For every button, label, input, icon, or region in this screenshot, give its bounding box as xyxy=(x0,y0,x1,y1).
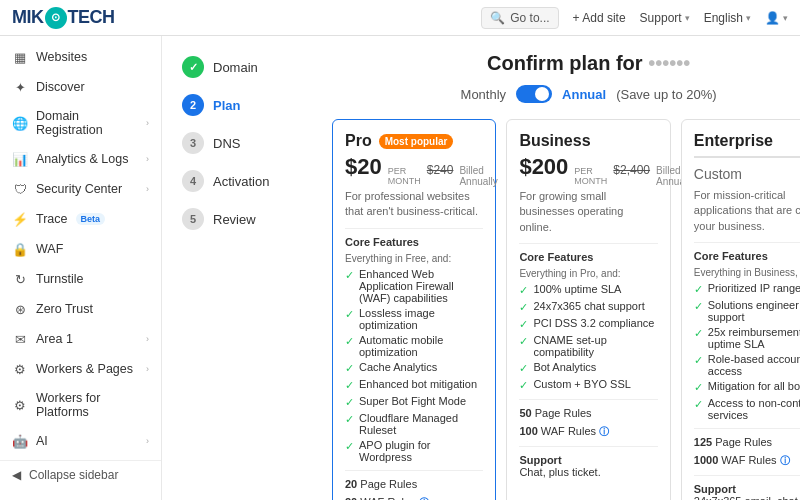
sidebar-item-discover[interactable]: ✦ Discover xyxy=(0,72,161,102)
annual-label: Annual xyxy=(562,87,606,102)
enterprise-section-title: Core Features xyxy=(694,250,800,262)
business-header: Business xyxy=(519,132,657,150)
check-icon: ✓ xyxy=(345,396,354,409)
biz-rules-waf: 100 WAF Rules ⓘ xyxy=(519,425,657,439)
domain-icon: 🌐 xyxy=(12,115,28,131)
ent-feature-3: ✓25x reimbursement uptime SLA xyxy=(694,326,800,350)
plan-card-business[interactable]: Business $200 PERMONTH $2,400 Billed Ann… xyxy=(506,119,670,500)
biz-feature-4: ✓CNAME set-up compatibility xyxy=(519,334,657,358)
ent-rules-waf: 1000 WAF Rules ⓘ xyxy=(694,454,800,468)
toggle-knob xyxy=(535,87,549,101)
sidebar-label: Websites xyxy=(36,50,87,64)
sidebar-item-security[interactable]: 🛡 Security Center › xyxy=(0,174,161,204)
biz-support-val: Chat, plus ticket. xyxy=(519,466,657,478)
user-menu[interactable]: 👤 ▾ xyxy=(765,11,788,25)
pro-feature-2: ✓Lossless image optimization xyxy=(345,307,483,331)
check-icon: ✓ xyxy=(345,308,354,321)
language-menu[interactable]: English ▾ xyxy=(704,11,751,25)
check-icon: ✓ xyxy=(694,398,703,411)
sidebar-item-zerotrust[interactable]: ⊛ Zero Trust xyxy=(0,294,161,324)
check-icon: ✓ xyxy=(694,283,703,296)
biz-feature-3: ✓PCI DSS 3.2 compliance xyxy=(519,317,657,331)
sidebar-label: Domain Registration xyxy=(36,109,138,137)
plans-row: Pro Most popular $20 PERMONTH $240 Bille… xyxy=(332,119,800,500)
pro-popular-badge: Most popular xyxy=(379,134,454,149)
check-icon: ✓ xyxy=(345,379,354,392)
ent-feature-5: ✓Mitigation for all bots xyxy=(694,380,800,394)
check-icon: ✓ xyxy=(519,379,528,392)
sidebar-item-area1[interactable]: ✉ Area 1 › xyxy=(0,324,161,354)
analytics-icon: 📊 xyxy=(12,151,28,167)
ent-feature-4: ✓Role-based account access xyxy=(694,353,800,377)
trace-icon: ⚡ xyxy=(12,211,28,227)
chevron-right-icon: › xyxy=(146,184,149,194)
info-icon: ⓘ xyxy=(599,426,609,437)
pro-price-per: PERMONTH xyxy=(388,167,421,187)
sidebar-label: Workers for Platforms xyxy=(36,391,149,419)
collapse-sidebar-button[interactable]: ◀ Collapse sidebar xyxy=(0,460,161,489)
chevron-down-icon: ▾ xyxy=(783,13,788,23)
goto-button[interactable]: 🔍 Go to... xyxy=(481,7,558,29)
sidebar-item-ai[interactable]: 🤖 AI › xyxy=(0,426,161,456)
pro-price-row: $20 PERMONTH $240 Billed Annually xyxy=(345,154,483,187)
language-label: English xyxy=(704,11,743,25)
step-label-activation: Activation xyxy=(213,174,269,189)
chevron-right-icon: › xyxy=(146,364,149,374)
pro-feature-4: ✓Cache Analytics xyxy=(345,361,483,375)
step-domain: ✓ Domain xyxy=(182,56,312,78)
search-icon: 🔍 xyxy=(490,11,505,25)
plan-content: Confirm plan for •••••• Monthly Annual (… xyxy=(332,52,800,500)
ent-support-val: 24x7x365 email, chat, and phone. xyxy=(694,495,800,500)
logo: MIK⊙TECH xyxy=(12,7,115,29)
step-label-domain: Domain xyxy=(213,60,258,75)
sidebar-item-workers-platform[interactable]: ⚙ Workers for Platforms xyxy=(0,384,161,426)
pro-rules-page: 20 Page Rules xyxy=(345,478,483,490)
step-circle-plan: 2 xyxy=(182,94,204,116)
biz-feature-5: ✓Bot Analytics xyxy=(519,361,657,375)
business-price: $200 xyxy=(519,154,568,180)
pro-name: Pro xyxy=(345,132,372,150)
step-label-dns: DNS xyxy=(213,136,240,151)
chevron-down-icon: ▾ xyxy=(685,13,690,23)
add-site-button[interactable]: + Add site xyxy=(573,11,626,25)
turnstile-icon: ↻ xyxy=(12,271,28,287)
sidebar-item-websites[interactable]: ▦ Websites xyxy=(0,42,161,72)
ent-support-title: Support xyxy=(694,483,800,495)
pro-price-annual: $240 xyxy=(427,163,454,177)
check-icon: ✓ xyxy=(519,301,528,314)
pro-section-title: Core Features xyxy=(345,236,483,248)
sidebar-item-domain-reg[interactable]: 🌐 Domain Registration › xyxy=(0,102,161,144)
user-icon: 👤 xyxy=(765,11,780,25)
workers-platform-icon: ⚙ xyxy=(12,397,28,413)
pro-billed-label: Billed Annually xyxy=(459,165,497,187)
main-content: ✓ Domain 2 Plan 3 DNS 4 Activation 5 R xyxy=(162,36,800,500)
sidebar-item-waf[interactable]: 🔒 WAF xyxy=(0,234,161,264)
chevron-right-icon: › xyxy=(146,118,149,128)
add-site-label: + Add site xyxy=(573,11,626,25)
step-label-review: Review xyxy=(213,212,256,227)
sidebar-item-analytics[interactable]: 📊 Analytics & Logs › xyxy=(0,144,161,174)
chevron-right-icon: › xyxy=(146,154,149,164)
pro-rules-waf: 20 WAF Rules ⓘ xyxy=(345,496,483,500)
biz-rules-page: 50 Page Rules xyxy=(519,407,657,419)
sidebar-item-turnstile[interactable]: ↻ Turnstile xyxy=(0,264,161,294)
plan-card-enterprise[interactable]: Enterprise Custom For mission-critical a… xyxy=(681,119,800,500)
sidebar-item-workers[interactable]: ⚙ Workers & Pages › xyxy=(0,354,161,384)
discover-icon: ✦ xyxy=(12,79,28,95)
sidebar-item-trace[interactable]: ⚡ Trace Beta xyxy=(0,204,161,234)
main-layout: ▦ Websites ✦ Discover 🌐 Domain Registrat… xyxy=(0,36,800,500)
business-section-title: Core Features xyxy=(519,251,657,263)
support-menu[interactable]: Support ▾ xyxy=(640,11,690,25)
check-icon: ✓ xyxy=(345,335,354,348)
collapse-label: Collapse sidebar xyxy=(29,468,118,482)
sidebar-label: AI xyxy=(36,434,48,448)
waf-icon: 🔒 xyxy=(12,241,28,257)
biz-support-title: Support xyxy=(519,454,657,466)
pro-desc: For professional websites that aren't bu… xyxy=(345,189,483,220)
step-circle-activation: 4 xyxy=(182,170,204,192)
ent-feature-6: ✓Access to non-contract services xyxy=(694,397,800,421)
business-price-per: PERMONTH xyxy=(574,167,607,187)
billing-toggle-switch[interactable] xyxy=(516,85,552,103)
chevron-down-icon: ▾ xyxy=(746,13,751,23)
plan-card-pro[interactable]: Pro Most popular $20 PERMONTH $240 Bille… xyxy=(332,119,496,500)
